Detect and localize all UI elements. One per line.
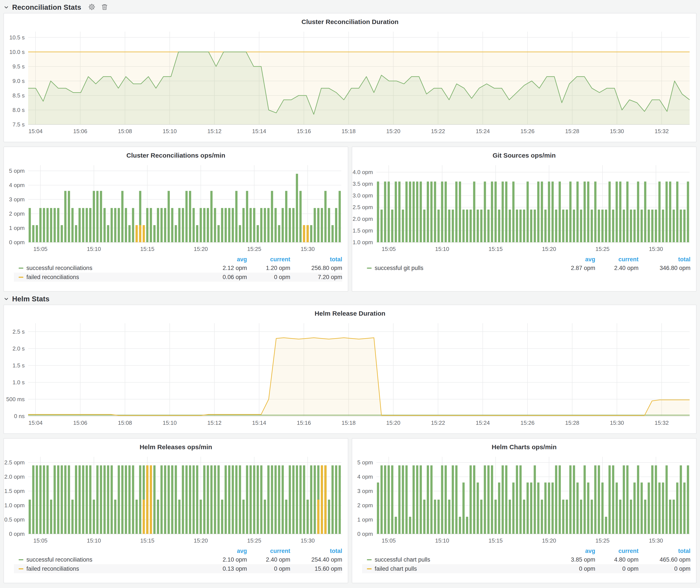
legend-stat-total: 15.60 opm bbox=[290, 565, 342, 572]
series-name: failed reconciliations bbox=[26, 565, 79, 572]
legend-label[interactable]: successful reconciliations bbox=[14, 556, 204, 563]
section-title: Reconciliation Stats bbox=[12, 3, 81, 11]
legend-stat-avg: 0.13 opm bbox=[204, 565, 247, 572]
helm-release-duration-plot: 0 ns500 ms1.0 s1.5 s2.0 s2.5 s15:0415:06… bbox=[4, 318, 695, 428]
svg-text:15:10: 15:10 bbox=[163, 420, 177, 426]
svg-text:15:25: 15:25 bbox=[247, 246, 261, 252]
section-header-reconciliation-stats[interactable]: Reconciliation Stats bbox=[3, 2, 108, 13]
svg-text:3.5 opm: 3.5 opm bbox=[353, 181, 373, 187]
svg-text:0 opm: 0 opm bbox=[357, 531, 373, 537]
legend-header-row: avgcurrenttotal bbox=[362, 547, 690, 555]
svg-text:2.0 s: 2.0 s bbox=[13, 345, 25, 352]
svg-text:15:10: 15:10 bbox=[435, 537, 449, 544]
legend-sort-current[interactable]: current bbox=[247, 256, 290, 263]
helm-charts-opm-plot: 0 opm1 opm2 opm3 opm4 opm5 opm15:0515:10… bbox=[352, 452, 695, 546]
series-color-swatch bbox=[19, 268, 23, 269]
svg-text:15:16: 15:16 bbox=[297, 420, 311, 426]
trash-icon[interactable] bbox=[101, 3, 108, 11]
svg-text:2 opm: 2 opm bbox=[357, 502, 373, 509]
svg-text:15:14: 15:14 bbox=[252, 128, 266, 134]
legend-sort-total[interactable]: total bbox=[290, 548, 342, 554]
legend-row[interactable]: failed reconciliations0.13 opm0 opm15.60… bbox=[14, 564, 342, 573]
svg-text:15:08: 15:08 bbox=[118, 420, 132, 426]
panel-helm-charts-opm: Helm Charts ops/min 0 opm1 opm2 opm3 opm… bbox=[352, 438, 697, 583]
legend-sort-avg[interactable]: avg bbox=[552, 256, 595, 263]
svg-text:15:28: 15:28 bbox=[565, 128, 579, 134]
gear-icon[interactable] bbox=[88, 3, 95, 11]
legend-sort-current[interactable]: current bbox=[247, 548, 290, 554]
legend-stat-current: 0 opm bbox=[595, 565, 639, 572]
helm-releases-opm-chart: 0 opm0.5 opm1.0 opm1.5 opm2.0 opm2.5 opm… bbox=[4, 452, 348, 546]
panel-helm-release-duration: Helm Release Duration 0 ns500 ms1.0 s1.5… bbox=[3, 305, 697, 434]
legend-row[interactable]: failed reconciliations0.06 opm0 opm7.20 … bbox=[14, 273, 342, 282]
panel-git-sources-opm: Git Sources ops/min 1.0 opm1.5 opm2.0 op… bbox=[352, 147, 697, 292]
legend-sort-avg[interactable]: avg bbox=[204, 548, 247, 554]
legend-stat-avg: 2.87 opm bbox=[552, 265, 595, 271]
legend-sort-total[interactable]: total bbox=[639, 256, 690, 263]
section-header-helm-stats[interactable]: Helm Stats bbox=[3, 293, 50, 305]
svg-text:15:04: 15:04 bbox=[29, 128, 43, 134]
legend-sort-total[interactable]: total bbox=[290, 256, 342, 263]
legend-row[interactable]: successful git pulls2.87 opm2.40 opm346.… bbox=[362, 263, 690, 273]
svg-text:1.0 opm: 1.0 opm bbox=[4, 502, 25, 509]
panel-title[interactable]: Git Sources ops/min bbox=[352, 147, 696, 160]
svg-text:15:25: 15:25 bbox=[247, 537, 261, 544]
svg-text:15:08: 15:08 bbox=[118, 128, 132, 134]
panel-title[interactable]: Helm Charts ops/min bbox=[352, 439, 696, 452]
legend-label[interactable]: failed reconciliations bbox=[14, 565, 204, 572]
svg-text:15:30: 15:30 bbox=[610, 420, 624, 426]
legend-label[interactable]: failed reconciliations bbox=[14, 274, 204, 281]
svg-text:15:12: 15:12 bbox=[207, 420, 221, 426]
legend-row[interactable]: successful reconciliations2.10 opm2.40 o… bbox=[14, 555, 342, 564]
svg-text:15:06: 15:06 bbox=[73, 420, 87, 426]
legend-label[interactable]: successful git pulls bbox=[362, 265, 552, 271]
svg-text:10.5 s: 10.5 s bbox=[9, 34, 25, 41]
legend: avgcurrenttotalsuccessful reconciliation… bbox=[4, 547, 348, 573]
series-color-swatch bbox=[367, 268, 372, 269]
legend-stat-current: 0 opm bbox=[247, 565, 290, 572]
panel-title[interactable]: Cluster Reconciliation Duration bbox=[4, 13, 696, 27]
legend-row[interactable]: failed chart pulls0 opm0 opm0 opm bbox=[362, 564, 690, 573]
legend-row[interactable]: successful reconciliations2.12 opm1.20 o… bbox=[14, 263, 342, 273]
svg-text:15:15: 15:15 bbox=[489, 537, 503, 544]
svg-text:5 opm: 5 opm bbox=[9, 168, 25, 174]
legend-stat-total: 346.80 opm bbox=[639, 265, 690, 271]
legend-stat-current: 1.20 opm bbox=[247, 265, 290, 271]
legend-label[interactable]: successful chart pulls bbox=[362, 556, 552, 563]
legend-sort-total[interactable]: total bbox=[639, 548, 690, 554]
svg-text:15:18: 15:18 bbox=[342, 128, 356, 134]
chevron-down-icon[interactable] bbox=[3, 5, 9, 10]
svg-text:15:05: 15:05 bbox=[382, 537, 396, 544]
svg-text:15:25: 15:25 bbox=[595, 246, 610, 252]
svg-text:15:26: 15:26 bbox=[520, 128, 534, 134]
svg-text:15:20: 15:20 bbox=[542, 246, 556, 252]
svg-text:15:04: 15:04 bbox=[29, 420, 43, 426]
legend-stat-avg: 0.06 opm bbox=[204, 274, 247, 281]
legend-label[interactable]: successful reconciliations bbox=[14, 265, 204, 271]
legend-sort-avg[interactable]: avg bbox=[204, 256, 247, 263]
legend-sort-current[interactable]: current bbox=[595, 256, 639, 263]
legend-sort-avg[interactable]: avg bbox=[552, 548, 595, 554]
legend-sort-current[interactable]: current bbox=[595, 548, 639, 554]
svg-text:8.5 s: 8.5 s bbox=[13, 92, 25, 99]
svg-text:500 ms: 500 ms bbox=[6, 396, 25, 402]
legend-row[interactable]: successful chart pulls3.85 opm4.80 opm46… bbox=[362, 555, 690, 564]
series-name: failed chart pulls bbox=[375, 565, 417, 572]
legend-header-row: avgcurrenttotal bbox=[362, 255, 690, 263]
panel-title[interactable]: Helm Release Duration bbox=[4, 305, 696, 318]
svg-text:1 opm: 1 opm bbox=[9, 225, 25, 231]
svg-text:15:15: 15:15 bbox=[140, 537, 154, 544]
svg-text:15:18: 15:18 bbox=[342, 420, 356, 426]
svg-text:15:20: 15:20 bbox=[542, 537, 556, 544]
svg-text:15:32: 15:32 bbox=[655, 128, 669, 134]
svg-text:2 opm: 2 opm bbox=[9, 210, 25, 217]
svg-text:1.5 opm: 1.5 opm bbox=[353, 227, 373, 234]
cluster-reconciliation-duration-plot: 7.5 s8.0 s8.5 s9.0 s9.5 s10.0 s10.5 s15:… bbox=[4, 27, 695, 136]
chevron-down-icon[interactable] bbox=[3, 296, 9, 302]
legend: avgcurrenttotalsuccessful chart pulls3.8… bbox=[352, 547, 696, 573]
svg-text:15:22: 15:22 bbox=[431, 128, 445, 134]
legend-label[interactable]: failed chart pulls bbox=[362, 565, 552, 572]
panel-title[interactable]: Cluster Reconciliations ops/min bbox=[4, 147, 348, 160]
svg-text:0 ns: 0 ns bbox=[14, 413, 25, 419]
panel-title[interactable]: Helm Releases ops/min bbox=[4, 439, 348, 452]
